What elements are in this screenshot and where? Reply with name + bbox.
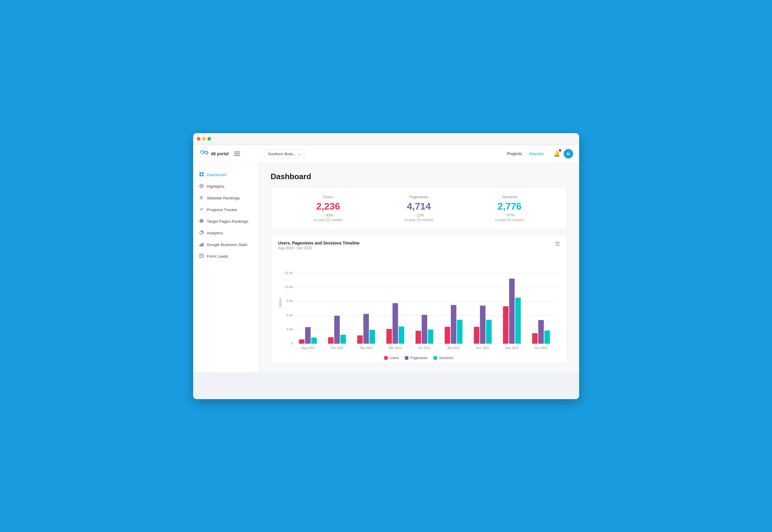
notifications-button[interactable]: 🔔 <box>553 150 560 157</box>
project-selector[interactable]: Southern Bota... ⌄ <box>264 150 306 158</box>
svg-rect-55 <box>474 327 479 344</box>
stat-pageviews-label: Pageviews <box>404 195 433 199</box>
nav-projects[interactable]: Projects <box>507 151 522 156</box>
stat-sessions: Sessions 2,776 87% vs past 53 months <box>495 195 524 222</box>
stat-users-label: Users <box>314 195 343 199</box>
svg-text:15.0k: 15.0k <box>284 271 293 274</box>
svg-rect-41 <box>369 330 375 343</box>
svg-rect-13 <box>200 245 201 246</box>
svg-rect-14 <box>201 244 202 246</box>
svg-text:3.0k: 3.0k <box>286 327 293 331</box>
avatar[interactable]: N <box>564 149 573 159</box>
nav-reports[interactable]: Reports <box>529 151 544 156</box>
svg-text:Feb 2020: Feb 2020 <box>330 346 344 349</box>
svg-rect-36 <box>334 316 339 344</box>
svg-rect-57 <box>486 320 491 344</box>
svg-rect-0 <box>199 172 201 174</box>
sidebar-label-highlights: Highlights <box>207 184 224 189</box>
svg-rect-32 <box>305 327 310 343</box>
svg-rect-1 <box>202 172 204 174</box>
titlebar <box>193 133 579 145</box>
main-layout: Dashboard Highlights <box>193 163 579 373</box>
stats-card: Users 2,236 93% vs past 53 months Pagevi… <box>271 187 567 230</box>
svg-rect-60 <box>509 279 514 344</box>
svg-rect-44 <box>392 303 398 344</box>
legend-pageviews-label: Pageviews <box>410 356 427 360</box>
stat-users: Users 2,236 93% vs past 53 months <box>314 195 343 222</box>
traffic-lights <box>197 137 211 141</box>
sidebar-label-progress: Progress Tracker <box>207 207 238 212</box>
sidebar-item-target-pages[interactable]: Target Pages Rankings <box>193 216 259 227</box>
progress-tracker-icon <box>199 207 204 213</box>
svg-rect-16 <box>200 254 203 258</box>
legend-sessions-label: Sessions <box>439 356 453 360</box>
stat-sessions-label: Sessions <box>495 195 524 199</box>
svg-rect-3 <box>202 175 204 176</box>
svg-text:Nov 2022: Nov 2022 <box>476 346 489 349</box>
main-content: Dashboard Users 2,236 93% vs past 53 mon… <box>259 163 579 373</box>
chart-inner: 0 3.0k 6.0k 9.0k 12.0k 15.0k <box>284 253 560 353</box>
svg-text:May 2023: May 2023 <box>505 346 519 349</box>
chart-legend: Users Pageviews Sessions <box>278 356 560 360</box>
logo-icon <box>199 150 209 158</box>
hamburger-button[interactable] <box>234 152 240 156</box>
svg-point-5 <box>201 185 202 187</box>
svg-rect-52 <box>451 305 456 343</box>
chart-area: Values 0 3.0k 6.0k 9.0k 12.0k 15.0k <box>278 253 560 353</box>
stat-sessions-value: 2,776 <box>495 201 524 212</box>
svg-rect-53 <box>457 320 462 344</box>
stat-users-value: 2,236 <box>314 201 343 212</box>
svg-rect-51 <box>445 327 450 344</box>
sidebar-item-google-business[interactable]: Google Business Stats <box>193 239 259 250</box>
svg-rect-49 <box>428 329 433 343</box>
minimize-button[interactable] <box>202 137 206 141</box>
chart-card: Users, Pageviews and Sessions Timeline A… <box>271 234 567 364</box>
sidebar-label-sitewide: Sitewide Rankings <box>207 196 240 200</box>
svg-text:Apr 2022: Apr 2022 <box>447 346 460 349</box>
close-button[interactable] <box>197 137 200 141</box>
sidebar-item-progress-tracker[interactable]: Progress Tracker <box>193 204 259 216</box>
svg-rect-64 <box>538 320 544 344</box>
stat-pageviews-value: 4,714 <box>404 201 433 212</box>
sidebar-item-highlights[interactable]: Highlights <box>193 181 259 192</box>
svg-rect-45 <box>399 326 404 344</box>
legend-sessions-dot <box>433 356 437 360</box>
legend-pageviews: Pageviews <box>405 356 427 360</box>
sidebar-item-dashboard[interactable]: Dashboard <box>193 169 259 181</box>
header: d6 portal Southern Bota... ⌄ Projects Re… <box>193 145 579 163</box>
svg-rect-33 <box>311 337 316 344</box>
svg-rect-56 <box>480 305 485 343</box>
svg-rect-35 <box>328 337 333 344</box>
chart-menu-button[interactable]: ☰ <box>555 241 560 247</box>
svg-text:12.0k: 12.0k <box>284 285 293 289</box>
svg-text:Aug 2019: Aug 2019 <box>301 346 314 349</box>
logo-text: d6 portal <box>211 151 229 156</box>
legend-users-dot <box>384 356 388 360</box>
chart-subtitle: Aug 2019 - Dec 2023 <box>278 246 360 250</box>
sidebar-item-analytics[interactable]: Analytics <box>193 227 259 239</box>
svg-text:9.0k: 9.0k <box>286 299 293 303</box>
dashboard-icon <box>199 172 204 178</box>
svg-point-11 <box>201 221 202 221</box>
google-business-icon <box>199 242 204 247</box>
legend-users-label: Users <box>390 356 399 360</box>
sidebar-item-form-leads[interactable]: Form Leads <box>193 250 259 262</box>
svg-rect-48 <box>422 315 427 344</box>
legend-sessions: Sessions <box>433 356 453 360</box>
highlights-icon <box>199 184 204 189</box>
svg-text:Dec 2023: Dec 2023 <box>534 346 548 349</box>
svg-rect-47 <box>415 331 421 344</box>
y-axis-label: Values <box>278 253 282 353</box>
svg-text:Mar 2021: Mar 2021 <box>389 346 402 349</box>
sidebar-item-sitewide-rankings[interactable]: Sitewide Rankings <box>193 192 259 204</box>
analytics-icon <box>199 230 204 236</box>
chart-title: Users, Pageviews and Sessions Timeline <box>278 241 360 245</box>
app-window: d6 portal Southern Bota... ⌄ Projects Re… <box>193 133 579 399</box>
maximize-button[interactable] <box>207 137 211 141</box>
svg-rect-40 <box>363 314 369 344</box>
svg-text:Oct 2021: Oct 2021 <box>418 346 430 349</box>
svg-rect-15 <box>202 243 203 246</box>
svg-rect-59 <box>503 306 508 343</box>
svg-rect-63 <box>532 333 537 344</box>
sidebar-label-target: Target Pages Rankings <box>207 219 249 224</box>
